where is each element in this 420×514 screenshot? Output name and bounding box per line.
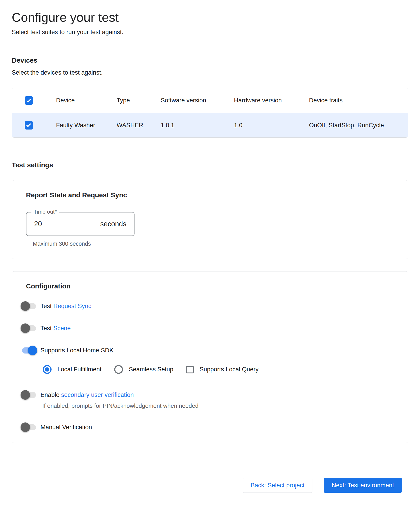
- toggle-thumb: [21, 323, 30, 333]
- back-button[interactable]: Back: Select project: [243, 478, 313, 493]
- scene-label: Test Scene: [40, 325, 71, 332]
- configuration-card: Configuration Test Request Sync Test Sce…: [12, 271, 408, 443]
- checkmark-icon: [26, 122, 31, 127]
- test-settings-heading: Test settings: [12, 161, 408, 169]
- timeout-input[interactable]: [34, 220, 100, 228]
- toggle-row-manual-verification: Manual Verification: [21, 423, 394, 432]
- timeout-suffix: seconds: [100, 220, 126, 228]
- timeout-field-label: Time out*: [31, 209, 59, 215]
- toggle-row-scene: Test Scene: [21, 323, 394, 333]
- devices-section-heading: Devices: [12, 57, 408, 64]
- configure-test-page: Configure your test Select test suites t…: [0, 0, 420, 493]
- device-hardware-version-cell: 1.0: [234, 122, 309, 129]
- toggle-thumb: [28, 346, 37, 355]
- local-home-options-row: Local Fulfillment Seamless Setup Support…: [43, 365, 394, 374]
- local-fulfillment-label: Local Fulfillment: [57, 366, 102, 373]
- toggle-thumb: [21, 423, 30, 432]
- local-fulfillment-option[interactable]: Local Fulfillment: [43, 365, 102, 374]
- devices-section-description: Select the devices to test against.: [12, 69, 408, 76]
- device-name-cell: Faulty Washer: [56, 122, 117, 129]
- timeout-helper-text: Maximum 300 seconds: [33, 240, 135, 247]
- devices-table-header-row: Device Type Software version Hardware ve…: [12, 88, 408, 113]
- page-subtitle: Select test suites to run your test agai…: [12, 29, 408, 36]
- request-sync-label: Test Request Sync: [40, 303, 91, 310]
- seamless-setup-option[interactable]: Seamless Setup: [114, 365, 173, 374]
- label-prefix: Enable: [40, 392, 61, 398]
- toggle-row-request-sync: Test Request Sync: [21, 301, 394, 311]
- local-fulfillment-radio[interactable]: [43, 365, 52, 374]
- seamless-setup-label: Seamless Setup: [129, 366, 173, 373]
- column-header-software-version: Software version: [161, 97, 234, 104]
- local-home-sdk-toggle[interactable]: [21, 346, 37, 355]
- timeout-field[interactable]: Time out* seconds: [26, 212, 135, 236]
- label-prefix: Test: [40, 325, 53, 332]
- supports-local-query-label: Supports Local Query: [200, 366, 259, 373]
- secondary-verification-toggle[interactable]: [21, 390, 37, 400]
- scene-toggle[interactable]: [21, 323, 37, 333]
- devices-table: Device Type Software version Hardware ve…: [12, 88, 408, 138]
- label-prefix: Test: [40, 303, 53, 309]
- seamless-setup-radio[interactable]: [114, 365, 123, 374]
- secondary-verification-label: Enable secondary user verification: [40, 392, 134, 398]
- device-table-row[interactable]: Faulty Washer WASHER 1.0.1 1.0 OnOff, St…: [12, 113, 408, 137]
- toggle-thumb: [21, 301, 30, 311]
- timeout-field-wrap: Time out* seconds Maximum 300 seconds: [26, 212, 135, 247]
- select-all-cell: [12, 96, 56, 105]
- next-button[interactable]: Next: Test environment: [324, 478, 402, 493]
- supports-local-query-checkbox[interactable]: [186, 366, 194, 373]
- footer-divider: [12, 465, 408, 465]
- column-header-hardware-version: Hardware version: [234, 97, 309, 104]
- scene-link[interactable]: Scene: [53, 325, 71, 332]
- report-state-card: Report State and Request Sync Time out* …: [12, 180, 408, 259]
- supports-local-query-option[interactable]: Supports Local Query: [186, 366, 259, 373]
- request-sync-toggle[interactable]: [21, 301, 37, 311]
- column-header-device-traits: Device traits: [309, 97, 408, 104]
- radio-dot: [45, 367, 49, 372]
- toggle-thumb: [21, 390, 30, 400]
- toggle-row-local-home-sdk: Supports Local Home SDK: [21, 346, 394, 355]
- local-home-sdk-label: Supports Local Home SDK: [40, 347, 113, 354]
- footer-actions: Back: Select project Next: Test environm…: [12, 478, 408, 493]
- device-row-checkbox-cell: [12, 121, 56, 129]
- manual-verification-label: Manual Verification: [40, 424, 92, 431]
- column-header-device: Device: [56, 97, 117, 104]
- secondary-verification-helper: If enabled, prompts for PIN/acknowledgem…: [42, 402, 394, 409]
- select-all-checkbox[interactable]: [25, 96, 33, 105]
- device-row-checkbox[interactable]: [25, 121, 33, 129]
- report-state-card-heading: Report State and Request Sync: [26, 191, 394, 199]
- toggle-row-secondary-verification: Enable secondary user verification: [21, 390, 394, 400]
- device-type-cell: WASHER: [117, 122, 161, 129]
- checkmark-icon: [26, 98, 31, 102]
- request-sync-link[interactable]: Request Sync: [53, 303, 91, 309]
- column-header-type: Type: [117, 97, 161, 104]
- device-traits-cell: OnOff, StartStop, RunCycle: [309, 122, 408, 129]
- page-title: Configure your test: [12, 10, 408, 25]
- secondary-user-verification-link[interactable]: secondary user verification: [61, 392, 134, 398]
- configuration-card-heading: Configuration: [26, 282, 394, 290]
- device-software-version-cell: 1.0.1: [161, 122, 234, 129]
- manual-verification-toggle[interactable]: [21, 423, 37, 432]
